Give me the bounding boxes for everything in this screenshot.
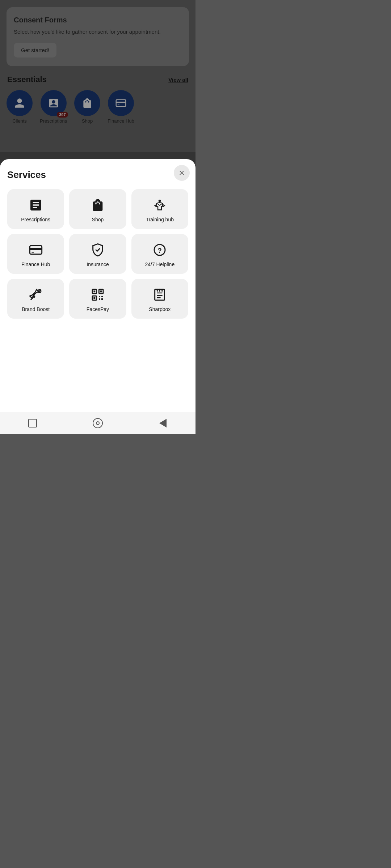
service-brandboost[interactable]: Brand Boost [7,279,64,319]
service-shop[interactable]: Shop [69,189,126,229]
svg-rect-5 [30,248,42,250]
service-sharpbox[interactable]: Sharpbox [131,279,188,319]
recent-apps-button[interactable] [26,417,39,430]
service-prescriptions-label: Prescriptions [21,217,50,222]
insurance-icon [91,243,105,257]
home-button[interactable] [91,417,104,430]
modal-title: Services [7,169,188,180]
services-grid: Prescriptions Shop Training hub [7,189,188,319]
service-finance-label: Finance Hub [21,261,50,267]
navigation-bar [0,412,196,434]
home-icon [93,418,103,428]
svg-rect-6 [31,252,34,253]
shop-icon [91,198,105,212]
facespay-icon [91,288,105,302]
svg-rect-15 [100,290,102,292]
svg-rect-14 [93,290,95,292]
service-training-label: Training hub [146,217,174,222]
service-prescriptions[interactable]: Prescriptions [7,189,64,229]
prescription-icon [29,198,43,212]
back-button[interactable] [156,417,169,430]
close-icon [178,169,185,176]
service-brandboost-label: Brand Boost [22,306,50,312]
service-helpline[interactable]: ? 24/7 Helpline [131,234,188,274]
helpline-icon: ? [152,243,167,257]
service-training[interactable]: Training hub [131,189,188,229]
square-icon [28,419,37,427]
service-facespay[interactable]: FacesPay [69,279,126,319]
back-icon [159,419,167,427]
svg-point-10 [33,295,35,298]
svg-point-3 [159,200,161,202]
close-button[interactable] [174,165,190,181]
service-shop-label: Shop [92,217,104,222]
services-modal: Services Prescriptions Shop Training hu [0,159,196,412]
home-inner-circle [96,421,100,425]
service-sharpbox-label: Sharpbox [149,306,171,312]
brandboost-icon [29,288,43,302]
svg-rect-16 [93,297,95,299]
finance-icon [29,243,43,257]
sharpbox-icon [152,288,167,302]
service-finance[interactable]: Finance Hub [7,234,64,274]
service-facespay-label: FacesPay [87,306,109,312]
svg-text:?: ? [158,247,162,254]
service-insurance-label: Insurance [87,261,109,267]
service-helpline-label: 24/7 Helpline [145,261,175,267]
service-insurance[interactable]: Insurance [69,234,126,274]
training-icon [152,198,167,212]
